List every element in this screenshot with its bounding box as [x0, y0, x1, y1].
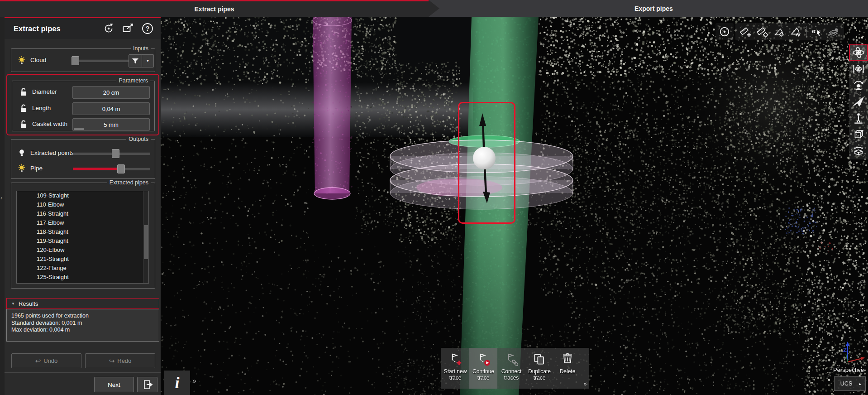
redo-button[interactable]: ↪ Redo [85, 353, 155, 368]
cloud-slider-handle[interactable] [72, 56, 79, 65]
add-measurement-icon[interactable] [740, 26, 752, 38]
trace-button-label: Delete [560, 368, 576, 375]
walk-mode-icon [852, 111, 865, 124]
trace-button-label: Start new trace [441, 368, 469, 381]
chevron-down-icon: ▼ [146, 59, 150, 63]
cloud-visibility-bulb-on-icon[interactable] [17, 55, 27, 65]
nav-turntable-button[interactable] [849, 142, 868, 159]
undo-button[interactable]: ↩ Undo [11, 353, 81, 368]
measure-toolbar: « [735, 23, 844, 40]
list-item[interactable]: 117-Elbow [17, 218, 148, 227]
list-item[interactable]: 119-Straight [17, 236, 148, 246]
nav-orbit-button[interactable] [849, 44, 868, 61]
connect-traces-button[interactable]: Connect traces [497, 348, 525, 389]
info-expand-chevron[interactable]: » [192, 377, 196, 385]
cloud-slider[interactable] [73, 54, 130, 67]
tab-extract-pipes-label: Extract pipes [195, 5, 234, 13]
constrained-orbit-icon [852, 63, 865, 75]
nav-viewcube-button[interactable] [849, 126, 868, 142]
tab-export-pipes-label: Export pipes [634, 5, 673, 12]
extracted-points-bulb-off-icon[interactable] [17, 148, 27, 158]
next-and-export-button[interactable] [137, 377, 157, 392]
help-icon[interactable]: ? [141, 22, 154, 35]
results-header[interactable]: ▼ Results [6, 298, 159, 309]
list-item[interactable]: 116-Straight [17, 209, 148, 218]
cloud-filter-button[interactable] [129, 54, 142, 67]
cloud-filter-dropdown[interactable]: ▼ [142, 54, 154, 67]
axis-gizmo: Z [835, 334, 867, 366]
extracted-pipes-legend: Extracted pipes [107, 179, 151, 186]
nav-walk-button[interactable] [849, 110, 868, 126]
length-field[interactable]: 0,04 m [72, 102, 150, 115]
duplicate-trace-button[interactable]: Duplicate trace [525, 348, 553, 389]
list-scrollbar-thumb[interactable] [144, 225, 148, 259]
angle-deviation-icon[interactable] [790, 26, 801, 38]
selection-rectangle [458, 102, 515, 224]
list-item[interactable]: 109-Straight [17, 191, 148, 200]
application-window: Extract pipes Export pipes ‹ Extract pip… [0, 0, 868, 395]
list-item[interactable]: 110-Elbow [17, 200, 148, 209]
document-export-icon [141, 378, 154, 391]
workflow-tab-bar: Extract pipes Export pipes [0, 0, 868, 17]
pipe-bulb-on-icon[interactable] [17, 163, 27, 173]
list-item[interactable]: 125-Straight [17, 273, 148, 282]
diameter-field[interactable]: 20 cm [72, 86, 150, 99]
unlock-icon[interactable] [19, 103, 29, 113]
list-item[interactable]: 121-Straight [17, 255, 148, 264]
gasket-width-label: Gasket width [32, 120, 67, 127]
results-line: Max deviation: 0,004 m [11, 327, 159, 334]
start-new-trace-icon [447, 351, 463, 367]
extracted-points-label: Extracted points [30, 149, 74, 156]
panel-collapse-strip[interactable]: ‹ [0, 17, 5, 395]
pipe-slider[interactable] [73, 162, 150, 175]
nav-examine-button[interactable] [849, 77, 868, 93]
pipe-slider-handle[interactable] [117, 164, 125, 173]
measure-volume-icon[interactable] [757, 26, 768, 38]
unlock-icon[interactable] [19, 119, 29, 129]
tab-extract-pipes[interactable]: Extract pipes [0, 0, 429, 17]
panel-title: Extract pipes [14, 24, 61, 33]
list-item[interactable]: 120-Elbow [17, 246, 148, 255]
start-new-trace-button[interactable]: Start new trace [441, 348, 469, 389]
cloud-label: Cloud [30, 57, 46, 63]
list-item[interactable]: 122-Flange [17, 264, 148, 273]
tab-export-pipes[interactable]: Export pipes [439, 0, 868, 17]
tab-arrow-divider [429, 0, 439, 17]
unlock-icon[interactable] [19, 87, 29, 97]
results-title: Results [19, 300, 38, 307]
export-window-icon[interactable] [121, 22, 135, 35]
reset-icon[interactable] [102, 22, 115, 35]
toolbar-overflow-chevron[interactable]: » [582, 382, 589, 386]
layers-selection-icon[interactable] [828, 26, 839, 38]
list-scrollbar[interactable] [143, 191, 148, 283]
nav-fly-button[interactable] [849, 93, 868, 110]
turntable-icon [852, 144, 865, 157]
length-label: Length [32, 105, 51, 111]
info-label: i [175, 373, 179, 392]
examine-view-icon [852, 79, 865, 92]
select-previous-icon[interactable]: « [811, 26, 823, 38]
diameter-label: Diameter [32, 88, 57, 95]
extracted-points-slider-handle[interactable] [112, 149, 119, 158]
panel-collapse-icon[interactable]: ‹ [0, 194, 2, 201]
continue-trace-button[interactable]: Continue trace [469, 348, 497, 389]
trace-button-label: Connect traces [497, 368, 525, 381]
delete-trace-button[interactable]: Delete [553, 348, 582, 389]
ucs-selector[interactable]: UCS ▲ [834, 376, 866, 391]
info-button[interactable]: i [164, 371, 190, 395]
point-measure-tool[interactable] [715, 23, 734, 40]
extracted-pipes-list[interactable]: 109-Straight 110-Elbow 116-Straight 117-… [16, 191, 149, 284]
extracted-pipes-group: Extracted pipes 109-Straight 110-Elbow 1… [11, 183, 155, 289]
gasket-width-field[interactable]: 5 mm [72, 118, 150, 131]
extracted-points-slider[interactable] [73, 147, 150, 159]
nav-constrained-orbit-button[interactable] [849, 61, 868, 77]
cube-points-icon [852, 128, 865, 140]
projection-label: Perspective [833, 366, 864, 373]
inputs-legend: Inputs [131, 45, 151, 52]
angle-measure-icon[interactable] [773, 26, 785, 38]
3d-viewport[interactable]: « [161, 17, 868, 395]
help-glyph: ? [146, 25, 150, 32]
next-button[interactable]: Next [94, 377, 134, 392]
continue-trace-icon [475, 351, 491, 367]
list-item[interactable]: 118-Straight [17, 227, 148, 236]
